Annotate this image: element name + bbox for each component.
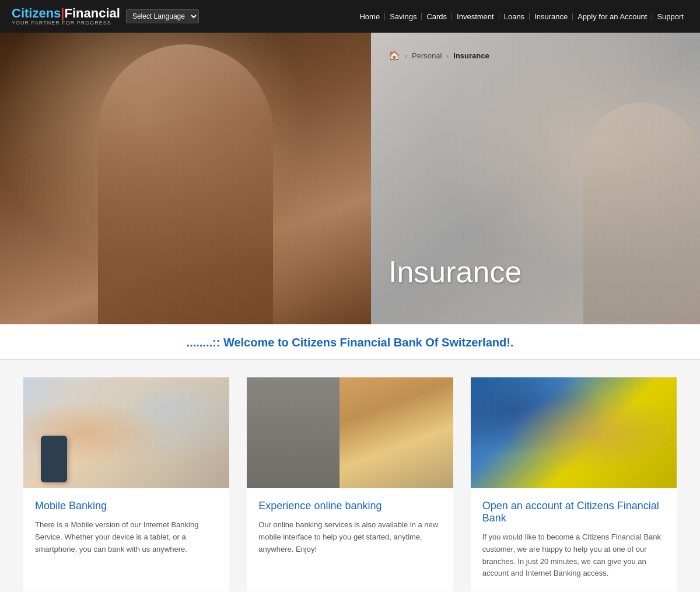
- breadcrumb-home-icon[interactable]: 🏠: [388, 50, 400, 61]
- logo-brand: Citizens|Financial: [12, 7, 120, 20]
- hero-heading: Insurance: [388, 254, 522, 289]
- card-online-banking-body: Experience online banking Our online ban…: [247, 488, 453, 567]
- breadcrumb-insurance: Insurance: [453, 51, 489, 60]
- nav-savings[interactable]: Savings: [385, 13, 422, 20]
- nav-apply-account[interactable]: Apply for an Account: [573, 13, 652, 20]
- card-online-banking-text: Our online banking services is also avai…: [258, 519, 441, 555]
- welcome-text: ........:: Welcome to Citizens Financial…: [12, 336, 688, 349]
- language-select[interactable]: Select Language English French German It…: [126, 9, 199, 23]
- hero-left-person: [98, 44, 273, 324]
- logo-area: Citizens|Financial YOUR PARTNER FOR PROG…: [12, 7, 199, 26]
- card-online-banking-title: Experience online banking: [258, 500, 441, 512]
- nav-investment[interactable]: Investment: [452, 13, 499, 20]
- breadcrumb-sep-1: ›: [405, 52, 407, 60]
- card-open-account-body: Open an account at Citizens Financial Ba…: [471, 488, 677, 591]
- breadcrumb-sep-2: ›: [446, 52, 449, 60]
- site-header: Citizens|Financial YOUR PARTNER FOR PROG…: [0, 0, 700, 33]
- nav-insurance[interactable]: Insurance: [530, 13, 573, 20]
- welcome-banner: ........:: Welcome to Citizens Financial…: [0, 324, 700, 360]
- card-mobile-banking: Mobile Banking There is a Mobile version…: [23, 377, 229, 591]
- card-online-banking-image: [247, 377, 453, 488]
- card-mobile-banking-body: Mobile Banking There is a Mobile version…: [23, 488, 229, 567]
- card-open-account: Open an account at Citizens Financial Ba…: [471, 377, 677, 591]
- breadcrumb: 🏠 › Personal › Insurance: [388, 50, 489, 61]
- main-nav: Home Savings Cards Investment Loans Insu…: [355, 13, 688, 20]
- card-open-account-text: If you would like to become a Citizens F…: [482, 531, 665, 580]
- card-open-account-image: [471, 377, 677, 488]
- nav-support[interactable]: Support: [652, 13, 688, 20]
- breadcrumb-personal[interactable]: Personal: [412, 51, 442, 60]
- card-mobile-banking-title: Mobile Banking: [35, 500, 218, 512]
- card-online-banking: Experience online banking Our online ban…: [247, 377, 453, 591]
- card-open-account-title: Open an account at Citizens Financial Ba…: [482, 500, 665, 524]
- hero-right-person: [583, 103, 700, 324]
- hero-title-area: Insurance: [388, 254, 522, 289]
- nav-loans[interactable]: Loans: [499, 13, 530, 20]
- hero-right-panel: 🏠 › Personal › Insurance Insurance: [371, 33, 700, 324]
- hero-section: 🏠 › Personal › Insurance Insurance: [0, 33, 700, 324]
- cards-section: Mobile Banking There is a Mobile version…: [0, 360, 700, 592]
- card-mobile-banking-image: [23, 377, 229, 488]
- nav-cards[interactable]: Cards: [422, 13, 452, 20]
- logo-tagline: YOUR PARTNER FOR PROGRESS: [12, 20, 111, 26]
- nav-home[interactable]: Home: [355, 13, 385, 20]
- hero-left-image: [0, 33, 371, 324]
- logo: Citizens|Financial YOUR PARTNER FOR PROG…: [12, 7, 120, 26]
- language-dropdown[interactable]: Select Language English French German It…: [126, 9, 199, 23]
- card-mobile-banking-text: There is a Mobile version of our Interne…: [35, 519, 218, 555]
